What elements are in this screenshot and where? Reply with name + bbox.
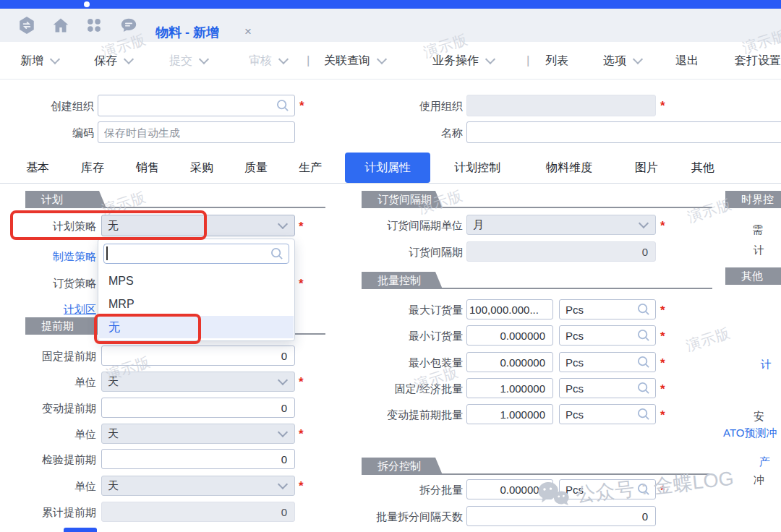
min-order-qty-input[interactable]: 0.000000 bbox=[466, 325, 553, 346]
split-batch-input[interactable]: 0.000000 bbox=[466, 479, 553, 499]
tab-basic[interactable]: 基本 bbox=[22, 153, 54, 183]
name-input[interactable] bbox=[466, 121, 781, 143]
search-icon[interactable] bbox=[276, 98, 290, 113]
cum-leadtime-input: 0 bbox=[101, 502, 295, 522]
menu-audit[interactable]: 审核 bbox=[249, 42, 287, 80]
fixed-economic-batch-unit[interactable]: Pcs bbox=[559, 378, 656, 398]
menu-print-setup[interactable]: 套打设置 bbox=[735, 42, 781, 80]
dropdown-option-mps[interactable]: MPS bbox=[99, 270, 294, 293]
menu-options[interactable]: 选项 bbox=[603, 42, 641, 80]
chevron-down-icon bbox=[278, 219, 288, 229]
home-icon[interactable] bbox=[51, 16, 70, 35]
use-org-input[interactable] bbox=[466, 95, 656, 116]
dropdown-search-input[interactable] bbox=[103, 244, 289, 264]
search-icon[interactable] bbox=[270, 246, 284, 261]
order-strategy-label: 订货策略 bbox=[0, 273, 96, 294]
dropdown-option-none[interactable]: 无 bbox=[99, 316, 294, 338]
tab-other[interactable]: 其他 bbox=[687, 153, 719, 183]
message-icon[interactable] bbox=[119, 16, 138, 35]
search-icon[interactable] bbox=[636, 482, 651, 497]
menu-exit[interactable]: 退出 bbox=[675, 42, 699, 80]
tab-material-dimension[interactable]: 物料维度 bbox=[538, 153, 600, 183]
search-icon[interactable] bbox=[636, 407, 651, 421]
create-org-input[interactable] bbox=[98, 95, 295, 116]
search-icon[interactable] bbox=[636, 355, 651, 369]
horizontal-scroll-indicator[interactable] bbox=[64, 528, 97, 532]
max-order-qty-unit[interactable]: Pcs bbox=[559, 299, 656, 319]
search-icon[interactable] bbox=[636, 381, 651, 395]
required-mark: * bbox=[299, 96, 304, 116]
menu-new[interactable]: 新增 bbox=[20, 42, 59, 80]
menu-divider: | bbox=[526, 53, 529, 68]
code-input[interactable] bbox=[98, 121, 295, 143]
required-mark: * bbox=[299, 217, 304, 237]
plan-strategy-select[interactable]: 无 bbox=[101, 215, 295, 236]
required-mark: * bbox=[299, 476, 304, 497]
tabs-divider bbox=[0, 183, 781, 184]
var-leadtime-batch-unit[interactable]: Pcs bbox=[559, 404, 656, 424]
plan-area-label[interactable]: 计划区 bbox=[0, 299, 96, 320]
var-leadtime-unit-select[interactable]: 天 bbox=[101, 424, 295, 444]
menu-related-query[interactable]: 关联查询 bbox=[324, 42, 385, 80]
apps-grid-icon[interactable] bbox=[85, 16, 103, 35]
menu-business-ops[interactable]: 业务操作 bbox=[432, 42, 494, 80]
tab-plan-attributes[interactable]: 计划属性 bbox=[345, 153, 430, 183]
document-tab-title[interactable]: 物料 - 新增 bbox=[155, 24, 219, 41]
menu-save[interactable]: 保存 bbox=[94, 42, 132, 80]
chevron-down-icon bbox=[485, 53, 495, 64]
dropdown-option-mrp[interactable]: MRP bbox=[99, 293, 294, 316]
demo-watermark: 演示版 bbox=[683, 323, 733, 356]
interval-input: 0 bbox=[466, 241, 656, 262]
search-icon[interactable] bbox=[636, 302, 651, 317]
ato-forecast-label[interactable]: ATO预测冲 bbox=[723, 422, 781, 444]
close-tab-icon[interactable]: × bbox=[244, 25, 252, 39]
interval-unit-select[interactable]: 月 bbox=[466, 215, 656, 235]
interval-unit-label: 订货间隔期单位 bbox=[340, 215, 463, 236]
chevron-down-icon bbox=[50, 53, 60, 64]
chevron-down-icon bbox=[124, 53, 134, 64]
inspect-leadtime-input[interactable]: 0 bbox=[101, 449, 295, 469]
make-strategy-label[interactable]: 制造策略 bbox=[0, 246, 96, 267]
fixed-economic-batch-input[interactable]: 1.000000 bbox=[466, 378, 553, 398]
max-order-qty-input[interactable]: 100,000.000... bbox=[466, 299, 553, 319]
section-time-fence: 时界控 bbox=[725, 191, 781, 208]
app-toolbar: 物料 - 新增 × bbox=[0, 9, 781, 42]
chevron-down-icon bbox=[639, 218, 649, 228]
min-pack-qty-input[interactable]: 0.000000 bbox=[466, 352, 553, 372]
min-order-qty-unit[interactable]: Pcs bbox=[559, 325, 656, 346]
tab-plan-control[interactable]: 计划控制 bbox=[448, 153, 506, 183]
tab-image[interactable]: 图片 bbox=[631, 153, 662, 183]
max-order-qty-label: 最大订货量 bbox=[340, 299, 463, 321]
fixed-leadtime-unit-select[interactable]: 天 bbox=[101, 372, 295, 392]
section-other: 其他 bbox=[725, 267, 781, 285]
required-mark: * bbox=[660, 406, 665, 426]
search-icon[interactable] bbox=[636, 328, 651, 343]
menu-submit[interactable]: 提交 bbox=[169, 42, 208, 80]
section-leadtime: 提前期 bbox=[25, 317, 106, 335]
inspect-leadtime-unit-select[interactable]: 天 bbox=[101, 476, 295, 496]
min-pack-qty-unit[interactable]: Pcs bbox=[559, 352, 656, 372]
split-batch-unit[interactable]: Pcs bbox=[559, 479, 656, 499]
tab-quality[interactable]: 质量 bbox=[240, 153, 272, 183]
split-interval-days-label: 批量拆分间隔天数 bbox=[340, 506, 463, 528]
tab-purchase[interactable]: 采购 bbox=[186, 153, 218, 183]
fixed-leadtime-input[interactable]: 0 bbox=[101, 346, 295, 366]
var-leadtime-input[interactable]: 0 bbox=[101, 398, 295, 418]
sync-icon[interactable] bbox=[17, 16, 36, 35]
split-interval-days-input[interactable]: 0 bbox=[466, 506, 656, 526]
unit-label: 单位 bbox=[0, 476, 96, 497]
tab-production[interactable]: 生产 bbox=[294, 153, 326, 183]
fixed-economic-batch-label: 固定/经济批量 bbox=[340, 378, 463, 400]
chevron-down-icon bbox=[278, 53, 289, 64]
required-mark: * bbox=[299, 424, 304, 445]
tab-inventory[interactable]: 库存 bbox=[77, 153, 108, 183]
plan-strategy-dropdown: MPS MRP 无 bbox=[98, 239, 295, 341]
unit-label: 单位 bbox=[0, 424, 96, 445]
partial-blue-plan-label[interactable]: 计 bbox=[732, 353, 772, 375]
partial-demand-label: 需 bbox=[723, 219, 763, 241]
menu-list[interactable]: 列表 bbox=[545, 42, 568, 80]
required-mark: * bbox=[660, 216, 665, 236]
var-leadtime-batch-input[interactable]: 1.000000 bbox=[466, 404, 553, 424]
tab-sales[interactable]: 销售 bbox=[132, 153, 163, 183]
required-mark: * bbox=[660, 301, 665, 321]
